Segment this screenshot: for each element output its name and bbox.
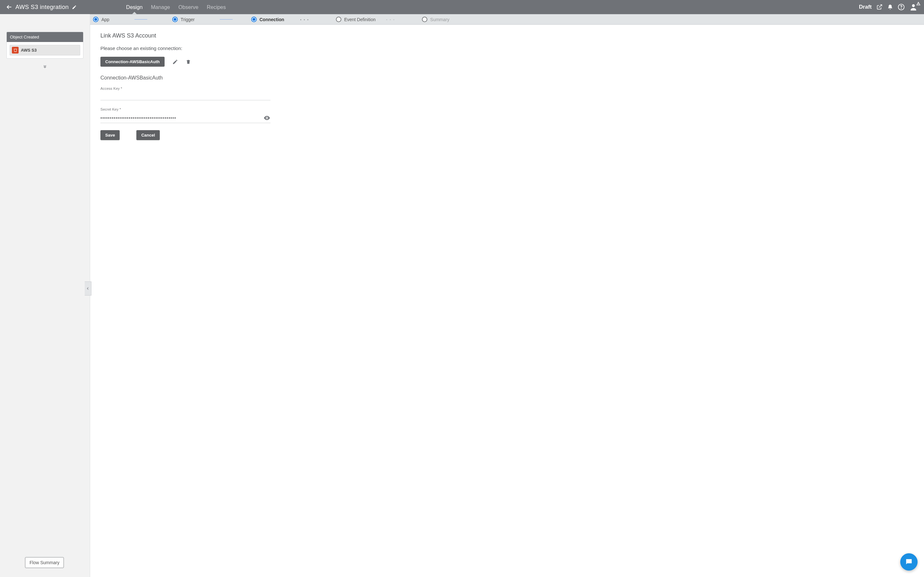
flow-card-header: Object Created [7, 32, 83, 42]
sidebar: Object Created AWS S3 Flow Summary [0, 25, 90, 577]
step-trigger[interactable]: Trigger [172, 17, 195, 22]
connection-name: Connection-AWSBasicAuth [100, 75, 914, 81]
step-app[interactable]: App [93, 17, 110, 22]
cancel-button[interactable]: Cancel [136, 130, 160, 140]
step-connection[interactable]: Connection [251, 17, 284, 22]
field-secret-key: Secret Key * [100, 107, 270, 123]
edit-title-icon[interactable] [72, 5, 77, 10]
step-label: Trigger [181, 17, 195, 22]
chat-fab-icon[interactable] [900, 553, 918, 571]
back-arrow-icon[interactable] [6, 4, 12, 10]
step-summary[interactable]: Summary [422, 17, 449, 22]
aws-s3-icon [12, 47, 19, 53]
svg-line-1 [879, 5, 882, 8]
step-label: Event Definition [344, 17, 376, 22]
toggle-visibility-icon[interactable] [263, 114, 270, 121]
user-avatar-icon[interactable] [909, 3, 918, 11]
flow-item-aws-s3[interactable]: AWS S3 [10, 45, 80, 55]
form-heading: Link AWS S3 Account [100, 32, 914, 39]
delete-connection-icon[interactable] [186, 59, 191, 65]
tab-design[interactable]: Design [122, 0, 147, 14]
step-label: App [102, 17, 110, 22]
step-label: Connection [260, 17, 284, 22]
help-icon[interactable] [898, 3, 905, 11]
svg-rect-5 [918, 4, 919, 5]
secret-key-label: Secret Key * [100, 107, 270, 111]
status-draft: Draft [859, 4, 872, 10]
svg-point-4 [912, 4, 915, 7]
step-radio-icon [93, 17, 99, 22]
step-event-definition[interactable]: Event Definition [336, 17, 376, 22]
flow-card: Object Created AWS S3 [6, 32, 83, 59]
access-key-input[interactable] [100, 93, 270, 99]
stepper: App Trigger Connection Event Definition … [90, 14, 924, 25]
secret-key-input[interactable] [100, 115, 263, 121]
notifications-icon[interactable] [887, 4, 893, 10]
step-radio-icon [336, 17, 341, 22]
top-bar: AWS S3 integration Design Manage Observe… [0, 0, 924, 14]
collapse-sidebar-icon[interactable] [85, 282, 91, 295]
step-label: Summary [430, 17, 449, 22]
step-radio-icon [251, 17, 257, 22]
open-external-icon[interactable] [876, 4, 883, 10]
step-radio-icon [422, 17, 427, 22]
content-panel: Link AWS S3 Account Please choose an exi… [90, 25, 924, 577]
form-prompt: Please choose an existing connection: [100, 45, 914, 51]
tab-recipes[interactable]: Recipes [202, 0, 230, 14]
tab-observe[interactable]: Observe [174, 0, 202, 14]
field-access-key: Access Key * [100, 87, 270, 100]
access-key-label: Access Key * [100, 87, 270, 90]
expand-card-icon[interactable] [41, 63, 48, 70]
edit-connection-icon[interactable] [172, 59, 178, 65]
tab-manage[interactable]: Manage [147, 0, 174, 14]
page-title: AWS S3 integration [15, 3, 69, 11]
save-button[interactable]: Save [100, 130, 120, 140]
step-radio-icon [172, 17, 178, 22]
flow-item-label: AWS S3 [21, 48, 37, 53]
flow-summary-button[interactable]: Flow Summary [25, 557, 64, 568]
connection-chip[interactable]: Connection-AWSBasicAuth [100, 57, 165, 67]
topbar-tabs: Design Manage Observe Recipes [122, 0, 230, 14]
